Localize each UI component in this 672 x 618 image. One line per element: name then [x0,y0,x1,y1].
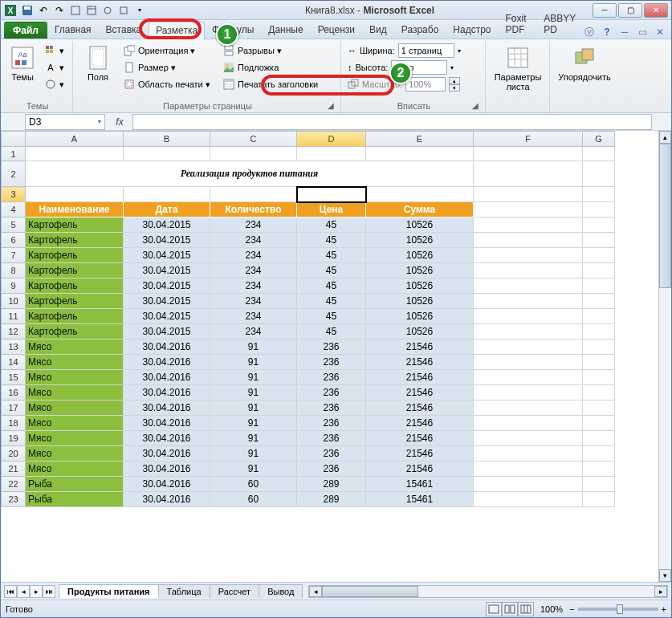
cell[interactable] [583,279,615,294]
cell-data[interactable]: 21546 [366,370,474,385]
cell[interactable] [474,416,583,431]
row-header[interactable]: 9 [2,279,26,294]
row-header[interactable]: 8 [2,263,26,279]
zoom-slider[interactable]: − + [569,604,666,614]
cell-name[interactable]: Картофель [26,309,124,324]
view-page-layout-icon[interactable] [502,602,518,616]
cell[interactable] [366,187,474,202]
cell[interactable] [583,431,615,446]
cell-data[interactable]: 45 [297,294,366,309]
background-button[interactable]: Подложка [219,59,332,75]
cell-data[interactable]: 234 [210,279,297,294]
dropdown-icon[interactable]: ▾ [458,47,461,55]
cell-name[interactable]: Мясо [26,431,124,446]
cell-data[interactable]: 21546 [366,416,474,431]
row-header[interactable]: 4 [2,202,26,218]
cell-name[interactable]: Картофель [26,248,124,263]
cell[interactable] [474,431,583,446]
cell[interactable] [474,477,583,492]
cell-name[interactable]: Мясо [26,461,124,477]
cell-data[interactable]: 91 [210,370,297,385]
cell-name[interactable]: Картофель [26,279,124,294]
cell-data[interactable]: 234 [210,248,297,263]
sheet-tab[interactable]: Рассчет [210,584,260,598]
cell-data[interactable]: 45 [297,263,366,279]
cell-data[interactable]: 234 [210,218,297,233]
tab-file[interactable]: Файл [4,22,47,39]
print-area-button[interactable]: Область печати ▾ [120,76,216,92]
cell[interactable] [583,385,615,400]
sheet-nav-next-icon[interactable]: ▸ [30,585,43,598]
cell-data[interactable]: 45 [297,279,366,294]
cell-data[interactable]: 236 [297,400,366,416]
close-button[interactable]: ✕ [644,3,668,18]
cell[interactable] [474,370,583,385]
dialog-launcher-icon[interactable]: ◢ [326,101,336,111]
dropdown-icon[interactable]: ▾ [450,64,454,71]
cell[interactable] [583,161,615,187]
cell-data[interactable]: 21546 [366,339,474,355]
minimize-button[interactable]: ─ [593,3,617,18]
table-header-cell[interactable]: Наименование [26,202,124,218]
cell-data[interactable]: 91 [210,446,297,461]
scroll-left-icon[interactable]: ◂ [309,586,322,597]
redo-icon[interactable]: ↷ [52,3,67,18]
cell-data[interactable]: 10526 [366,248,474,263]
save-icon[interactable] [20,3,35,18]
column-header[interactable]: F [474,132,583,147]
cell[interactable] [474,400,583,416]
tab-разрабо[interactable]: Разрабо [394,21,446,39]
zoom-out-icon[interactable]: − [569,604,574,614]
cell-data[interactable]: 289 [297,492,366,507]
name-box[interactable]: D3▾ [25,114,105,130]
cell-data[interactable]: 21546 [366,431,474,446]
cell-data[interactable]: 45 [297,309,366,324]
cell-data[interactable]: 30.04.2016 [124,416,210,431]
cell-data[interactable]: 45 [297,248,366,263]
cell-data[interactable]: 234 [210,263,297,279]
cell[interactable] [474,385,583,400]
cell-name[interactable]: Мясо [26,355,124,370]
cell-data[interactable]: 45 [297,233,366,248]
sheet-nav-prev-icon[interactable]: ◂ [17,585,30,598]
sheet-nav-first-icon[interactable]: ⏮ [4,585,17,598]
dialog-launcher-icon[interactable]: ◢ [470,101,480,111]
qat-btn[interactable] [68,3,83,18]
row-header[interactable]: 19 [2,431,26,446]
cell[interactable] [583,446,615,461]
sheet-tab[interactable]: Таблица [158,584,210,598]
minimize-ribbon-icon[interactable]: ⓥ [583,26,596,39]
scroll-thumb[interactable] [322,586,418,597]
size-button[interactable]: Размер ▾ [120,59,216,75]
cell[interactable] [210,147,297,161]
cell[interactable] [583,218,615,233]
column-header[interactable]: B [124,132,210,147]
column-header[interactable]: E [366,132,474,147]
fx-icon[interactable]: fx [112,114,128,130]
cell-data[interactable]: 234 [210,233,297,248]
cell-name[interactable]: Картофель [26,218,124,233]
cell-data[interactable]: 45 [297,324,366,339]
cell-name[interactable]: Рыба [26,492,124,507]
cell-data[interactable]: 10526 [366,279,474,294]
cell-data[interactable]: 234 [210,294,297,309]
tab-данные[interactable]: Данные [261,21,310,39]
cell-data[interactable]: 234 [210,309,297,324]
cell-data[interactable]: 91 [210,339,297,355]
cell[interactable] [583,477,615,492]
cell-data[interactable]: 30.04.2016 [124,355,210,370]
cell-data[interactable]: 30.04.2016 [124,477,210,492]
cell-data[interactable]: 236 [297,339,366,355]
sheet-tab[interactable]: Вывод [259,584,303,598]
orientation-button[interactable]: Ориентация ▾ [120,43,216,59]
cell[interactable] [210,187,297,202]
workbook-close-icon[interactable]: ✕ [654,26,666,39]
cell-data[interactable]: 10526 [366,294,474,309]
workbook-restore-icon[interactable]: ▭ [636,26,649,39]
breaks-button[interactable]: Разрывы ▾ [219,43,332,59]
cell-data[interactable]: 30.04.2016 [124,461,210,477]
cell[interactable] [474,233,583,248]
cell-data[interactable]: 30.04.2015 [124,309,210,324]
cell-data[interactable]: 30.04.2016 [124,446,210,461]
cell-data[interactable]: 30.04.2016 [124,339,210,355]
